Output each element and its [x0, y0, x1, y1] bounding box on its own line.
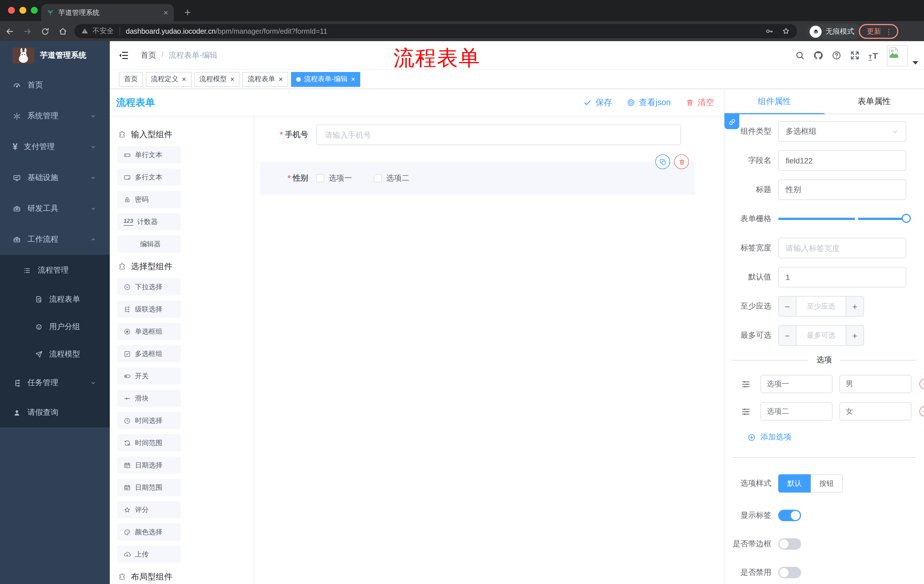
sidebar-item-payment[interactable]: ¥支付管理: [0, 132, 110, 162]
option-value-input[interactable]: [839, 402, 911, 421]
minimize-window-button[interactable]: [20, 7, 26, 14]
tag-close-icon[interactable]: ×: [182, 75, 186, 84]
phone-field-row[interactable]: 手机号: [254, 125, 724, 145]
avatar[interactable]: [887, 45, 908, 66]
clear-button[interactable]: 清空: [686, 97, 714, 108]
palette-item[interactable]: 时间范围: [117, 434, 181, 451]
sidebar-item-home[interactable]: 首页: [0, 70, 110, 100]
sidebar-item-devtools[interactable]: 研发工具: [0, 193, 110, 224]
update-button[interactable]: 更新 ⋮: [859, 24, 898, 39]
checkbox-icon[interactable]: [374, 174, 382, 182]
default-value-input[interactable]: [778, 267, 906, 288]
tab-close-icon[interactable]: ×: [163, 8, 168, 17]
avatar-caret-icon[interactable]: [912, 61, 918, 64]
stepper-value[interactable]: 至少应选: [797, 296, 846, 316]
stepper-minus-button[interactable]: −: [779, 326, 797, 345]
sidebar-item-process-model[interactable]: 流程模型: [0, 341, 110, 368]
sidebar-item-leave-query[interactable]: 请假查询: [0, 398, 110, 428]
remove-option-button[interactable]: −: [919, 406, 924, 416]
palette-item[interactable]: 多行文本: [117, 169, 181, 186]
gender-option-2[interactable]: 选项二: [374, 173, 409, 183]
stepper-plus-button[interactable]: +: [846, 296, 863, 316]
tag-process-def[interactable]: 流程定义×: [146, 72, 191, 87]
link-badge[interactable]: [724, 114, 739, 129]
title-input[interactable]: [778, 179, 906, 200]
sidebar-logo[interactable]: 芋道管理系统: [0, 41, 110, 70]
view-json-button[interactable]: 查看json: [627, 97, 671, 108]
remove-option-button[interactable]: −: [919, 379, 924, 389]
palette-item[interactable]: 上传: [117, 546, 181, 563]
palette-item[interactable]: 颜色选择: [117, 523, 181, 541]
sidebar-item-system[interactable]: 系统管理: [0, 100, 110, 132]
sidebar-item-infra[interactable]: 基础设施: [0, 162, 110, 193]
field-name-input[interactable]: [778, 150, 906, 171]
palette-item[interactable]: 单选框组: [117, 323, 181, 340]
tab-form-props[interactable]: 表单属性: [824, 89, 924, 114]
browser-menu-icon[interactable]: ⋮: [885, 27, 893, 36]
tag-process-form-edit[interactable]: 流程表单-编辑×: [291, 72, 361, 87]
checkbox-icon[interactable]: [316, 174, 324, 182]
copy-component-button[interactable]: [655, 154, 670, 169]
phone-field-input[interactable]: [316, 125, 681, 145]
font-size-icon[interactable]: TT: [864, 41, 882, 70]
sidebar-item-workflow[interactable]: 工作流程: [0, 224, 110, 255]
palette-item[interactable]: 级联选择: [117, 301, 181, 318]
style-default-button[interactable]: 默认: [778, 474, 811, 493]
sidebar-item-process-mgmt[interactable]: 流程管理: [0, 255, 110, 286]
sidebar-item-task-mgmt[interactable]: 任务管理: [0, 368, 110, 398]
tag-home[interactable]: 首页: [119, 72, 143, 87]
with-border-toggle[interactable]: [778, 538, 801, 550]
github-icon[interactable]: [809, 41, 827, 70]
tag-process-model[interactable]: 流程模型×: [194, 72, 239, 87]
zoom-window-button[interactable]: [31, 7, 38, 14]
palette-item[interactable]: 密码: [117, 191, 181, 208]
sidebar-item-user-group[interactable]: 用户分组: [0, 313, 110, 341]
add-option-button[interactable]: 添加选项: [747, 432, 924, 442]
stepper-value[interactable]: 最多可选: [797, 326, 846, 345]
palette-item[interactable]: 多选框组: [117, 345, 181, 362]
back-icon[interactable]: [2, 23, 18, 39]
component-type-select[interactable]: 多选框组: [778, 121, 906, 142]
new-tab-button[interactable]: +: [180, 5, 195, 20]
option-label-input[interactable]: [761, 375, 833, 393]
palette-item[interactable]: 开关: [117, 367, 181, 385]
delete-component-button[interactable]: [674, 154, 689, 169]
palette-item[interactable]: 日期范围: [117, 479, 181, 496]
form-grid-slider[interactable]: [778, 218, 906, 220]
save-button[interactable]: 保存: [584, 97, 612, 108]
sidebar-collapse-icon[interactable]: [117, 50, 130, 61]
reload-icon[interactable]: [37, 23, 53, 39]
palette-item[interactable]: 评分: [117, 501, 181, 518]
gender-option-1[interactable]: 选项一: [316, 173, 352, 183]
home-icon[interactable]: [55, 23, 71, 39]
tag-close-icon[interactable]: ×: [230, 75, 234, 84]
tag-close-icon[interactable]: ×: [351, 75, 355, 84]
tag-close-icon[interactable]: ×: [279, 75, 283, 84]
tag-process-form[interactable]: 流程表单×: [243, 72, 288, 87]
browser-tab[interactable]: 芋道管理系统 ×: [41, 4, 174, 21]
slider-handle[interactable]: [902, 214, 911, 223]
style-button-button[interactable]: 按钮: [811, 474, 843, 493]
label-width-input[interactable]: [778, 238, 906, 258]
option-value-input[interactable]: [839, 375, 911, 393]
show-label-toggle[interactable]: [778, 510, 801, 521]
tab-component-props[interactable]: 组件属性: [724, 89, 824, 114]
palette-item[interactable]: 滑块: [117, 390, 181, 407]
close-window-button[interactable]: [8, 7, 15, 14]
bookmark-star-icon[interactable]: [782, 27, 790, 35]
search-icon[interactable]: [791, 41, 809, 70]
palette-item[interactable]: 编辑器: [117, 235, 181, 253]
key-icon[interactable]: [765, 27, 774, 35]
palette-item[interactable]: 单行文本: [117, 146, 181, 163]
gender-field-block-selected[interactable]: 性别 选项一 选项二: [260, 162, 695, 195]
palette-item[interactable]: 时间选择: [117, 412, 181, 429]
not-secure-label[interactable]: 不安全: [92, 26, 114, 36]
forward-icon[interactable]: [20, 23, 35, 39]
disabled-toggle[interactable]: [778, 567, 801, 578]
address-bar[interactable]: 不安全 dashboard.yudao.iocoder.cn/bpm/manag…: [74, 24, 797, 38]
breadcrumb-home[interactable]: 首页: [141, 50, 156, 61]
palette-item[interactable]: 123计数器: [117, 213, 181, 230]
help-icon[interactable]: [827, 41, 846, 70]
stepper-minus-button[interactable]: −: [779, 296, 797, 316]
palette-item[interactable]: 日期选择: [117, 457, 181, 474]
